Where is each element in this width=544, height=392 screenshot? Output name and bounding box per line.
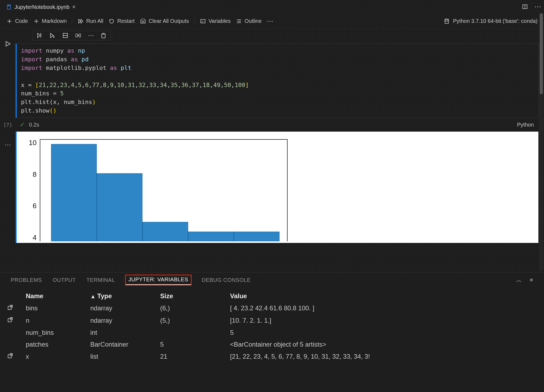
var-name: num_bins <box>26 329 90 336</box>
add-code-label: Code <box>15 18 28 24</box>
variables-button[interactable]: x= Variables <box>200 18 231 24</box>
panel-tabs: PROBLEMS OUTPUT TERMINAL JUPYTER: VARIAB… <box>0 273 544 287</box>
kernel-icon <box>444 18 450 24</box>
cell-language[interactable]: Python <box>517 122 534 128</box>
restart-label: Restart <box>117 18 134 24</box>
outline-label: Outline <box>245 18 262 24</box>
clear-outputs-button[interactable]: Clear All Outputs <box>140 18 189 24</box>
tab-terminal[interactable]: TERMINAL <box>87 277 115 283</box>
variable-row[interactable]: nndarray(5,)[10. 7. 2. 1. 1.] <box>5 314 539 327</box>
histogram-bar <box>97 173 142 241</box>
close-icon[interactable]: × <box>72 3 76 10</box>
var-name: n <box>26 317 90 324</box>
restart-icon <box>109 18 114 24</box>
cell-status-row: ✓ 0.2s Python <box>16 121 539 129</box>
notebook-file-icon <box>6 4 12 10</box>
var-name: x <box>26 353 90 360</box>
file-tab[interactable]: JupyterNotebook.ipynb × <box>3 0 79 13</box>
run-cell-icon[interactable] <box>4 40 11 47</box>
output-more-icon[interactable]: ⋯ <box>5 141 11 149</box>
plot-area <box>40 139 288 241</box>
run-by-line-icon[interactable] <box>36 32 43 39</box>
cell-actions-toolbar: ⋯ <box>32 31 111 40</box>
histogram-bar <box>142 222 188 241</box>
merge-cell-icon[interactable] <box>75 32 81 39</box>
split-editor-icon[interactable] <box>522 4 528 10</box>
col-type[interactable]: ▲Type <box>90 292 160 300</box>
var-type: list <box>90 353 160 360</box>
execution-count: [7] <box>3 122 12 128</box>
separator <box>72 18 72 25</box>
run-all-label: Run All <box>86 18 103 24</box>
tab-output[interactable]: OUTPUT <box>53 277 76 283</box>
variable-row[interactable]: patchesBarContainer5<BarContainer object… <box>5 339 539 350</box>
col-value[interactable]: Value <box>230 292 537 300</box>
var-type: ndarray <box>90 317 160 324</box>
y-axis-ticks: 10864 <box>22 134 40 242</box>
execute-below-icon[interactable] <box>49 32 56 39</box>
var-type: BarContainer <box>90 341 160 348</box>
plus-icon <box>33 18 39 24</box>
variable-row[interactable]: binsndarray(6,)[ 4. 23.2 42.4 61.6 80.8 … <box>5 302 539 314</box>
histogram-bar <box>51 144 97 241</box>
file-tab-title: JupyterNotebook.ipynb <box>15 4 70 10</box>
add-markdown-label: Markdown <box>42 18 67 24</box>
var-value: 5 <box>230 329 537 336</box>
variables-label: Variables <box>209 18 231 24</box>
var-size: (5,) <box>160 317 230 324</box>
popout-icon[interactable] <box>7 304 13 311</box>
more-icon[interactable]: ⋯ <box>534 3 541 11</box>
run-all-icon <box>78 18 84 24</box>
variables-icon: x= <box>200 18 206 24</box>
success-check-icon: ✓ <box>20 121 25 128</box>
var-name: bins <box>26 304 90 312</box>
title-tabs: JupyterNotebook.ipynb × ⋯ <box>0 0 544 13</box>
svg-rect-0 <box>7 5 10 9</box>
delete-cell-icon[interactable] <box>100 32 107 39</box>
var-value: [10. 7. 2. 1. 1.] <box>230 317 537 324</box>
code-cell[interactable]: import numpy as np import pandas as pd i… <box>16 44 539 118</box>
add-code-button[interactable]: Code <box>6 18 28 24</box>
popout-icon[interactable] <box>7 353 13 359</box>
close-panel-icon[interactable]: × <box>529 276 533 284</box>
outline-button[interactable]: Outline <box>236 18 262 24</box>
notebook-toolbar: Code Markdown Run All Restart Clear All … <box>0 13 544 29</box>
popout-icon[interactable] <box>7 317 13 323</box>
plus-icon <box>6 18 12 24</box>
add-markdown-button[interactable]: Markdown <box>33 18 67 24</box>
var-type: int <box>90 329 160 336</box>
svg-rect-9 <box>446 20 448 21</box>
run-all-button[interactable]: Run All <box>78 18 103 24</box>
separator <box>194 18 195 25</box>
var-size: 5 <box>160 341 230 348</box>
outline-icon <box>236 18 242 24</box>
tab-jupyter-variables[interactable]: JUPYTER: VARIABLES <box>126 275 191 285</box>
variable-row[interactable]: xlist21[21, 22, 23, 4, 5, 6, 77, 8, 9, 1… <box>5 350 539 363</box>
variables-header: Name ▲Type Size Value <box>5 290 539 302</box>
chevron-up-icon[interactable]: ︿ <box>516 276 522 284</box>
col-name[interactable]: Name <box>26 292 90 300</box>
split-cell-icon[interactable] <box>62 32 69 39</box>
variable-row[interactable]: num_binsint5 <box>5 327 539 339</box>
editor-scrollbar[interactable] <box>539 13 543 271</box>
restart-button[interactable]: Restart <box>109 18 134 24</box>
tab-problems[interactable]: PROBLEMS <box>11 277 42 283</box>
var-size: 21 <box>160 353 230 360</box>
tab-debug-console[interactable]: DEBUG CONSOLE <box>202 277 250 283</box>
col-size[interactable]: Size <box>160 292 230 300</box>
cell-more-icon[interactable]: ⋯ <box>88 32 94 39</box>
more-actions-icon[interactable]: ⋯ <box>267 17 273 25</box>
runtime: 0.2s <box>29 122 39 128</box>
clear-label: Clear All Outputs <box>149 18 189 24</box>
var-name: patches <box>26 341 90 348</box>
var-value: [21, 22, 23, 4, 5, 6, 77, 8, 9, 10, 31, … <box>230 353 537 360</box>
histogram-bar <box>188 232 234 241</box>
svg-rect-16 <box>76 34 77 37</box>
kernel-name[interactable]: Python 3.7.10 64-bit ('base': conda) <box>453 18 538 24</box>
var-value: <BarContainer object of 5 artists> <box>230 341 537 348</box>
svg-point-7 <box>237 21 237 21</box>
notebook-main: [7] ⋯ ⋯ import numpy as np import pandas… <box>0 29 544 243</box>
histogram-chart: 10864 <box>22 134 290 242</box>
clear-icon <box>140 18 146 24</box>
var-size: (6,) <box>160 304 230 312</box>
